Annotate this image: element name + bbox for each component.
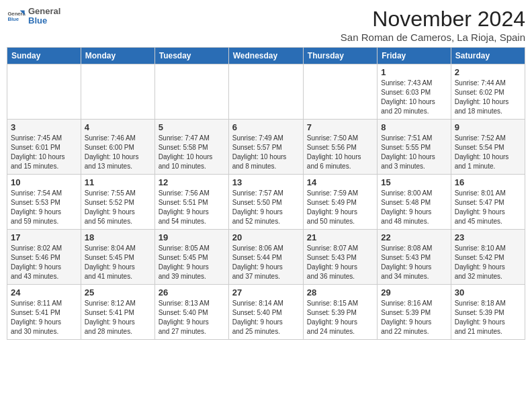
location: San Roman de Cameros, La Rioja, Spain <box>341 32 525 43</box>
calendar-cell: 7Sunrise: 7:50 AM Sunset: 5:56 PM Daylig… <box>303 120 377 175</box>
calendar-cell: 20Sunrise: 8:06 AM Sunset: 5:44 PM Dayli… <box>228 230 303 285</box>
day-info: Sunrise: 8:04 AM Sunset: 5:45 PM Dayligh… <box>85 244 151 281</box>
day-info: Sunrise: 7:47 AM Sunset: 5:58 PM Dayligh… <box>159 134 225 171</box>
day-number: 26 <box>159 287 225 298</box>
header-saturday: Saturday <box>451 48 525 64</box>
day-info: Sunrise: 7:43 AM Sunset: 6:03 PM Dayligh… <box>381 79 447 116</box>
day-number: 5 <box>159 122 225 132</box>
day-number: 18 <box>85 232 151 242</box>
day-info: Sunrise: 7:59 AM Sunset: 5:49 PM Dayligh… <box>307 189 373 226</box>
calendar-cell: 25Sunrise: 8:12 AM Sunset: 5:41 PM Dayli… <box>81 285 154 340</box>
day-info: Sunrise: 8:18 AM Sunset: 5:39 PM Dayligh… <box>455 299 521 336</box>
day-info: Sunrise: 7:45 AM Sunset: 6:01 PM Dayligh… <box>11 134 77 171</box>
calendar-cell: 14Sunrise: 7:59 AM Sunset: 5:49 PM Dayli… <box>303 175 377 230</box>
calendar-cell: 15Sunrise: 8:00 AM Sunset: 5:48 PM Dayli… <box>378 175 451 230</box>
day-info: Sunrise: 7:55 AM Sunset: 5:52 PM Dayligh… <box>85 189 151 226</box>
day-info: Sunrise: 7:52 AM Sunset: 5:54 PM Dayligh… <box>455 134 521 171</box>
calendar-cell: 19Sunrise: 8:05 AM Sunset: 5:45 PM Dayli… <box>154 230 228 285</box>
day-info: Sunrise: 7:49 AM Sunset: 5:57 PM Dayligh… <box>232 134 300 171</box>
calendar-cell: 18Sunrise: 8:04 AM Sunset: 5:45 PM Dayli… <box>81 230 154 285</box>
calendar-cell: 13Sunrise: 7:57 AM Sunset: 5:50 PM Dayli… <box>228 175 303 230</box>
calendar-cell: 1Sunrise: 7:43 AM Sunset: 6:03 PM Daylig… <box>378 64 451 120</box>
svg-text:Blue: Blue <box>7 16 19 22</box>
week-row-3: 17Sunrise: 8:02 AM Sunset: 5:46 PM Dayli… <box>7 230 525 285</box>
day-number: 30 <box>455 287 521 298</box>
day-number: 23 <box>455 232 521 242</box>
day-info: Sunrise: 7:56 AM Sunset: 5:51 PM Dayligh… <box>159 189 225 226</box>
day-info: Sunrise: 8:14 AM Sunset: 5:40 PM Dayligh… <box>232 299 300 336</box>
page-header: General Blue General Blue November 2024 … <box>7 7 525 43</box>
day-info: Sunrise: 7:50 AM Sunset: 5:56 PM Dayligh… <box>307 134 373 171</box>
day-number: 14 <box>307 177 373 187</box>
day-number: 2 <box>455 67 521 77</box>
calendar-cell: 26Sunrise: 8:13 AM Sunset: 5:40 PM Dayli… <box>154 285 228 340</box>
header-wednesday: Wednesday <box>228 48 303 64</box>
header-friday: Friday <box>378 48 451 64</box>
header-thursday: Thursday <box>303 48 377 64</box>
day-number: 10 <box>11 177 77 187</box>
day-number: 6 <box>232 122 300 132</box>
day-info: Sunrise: 8:08 AM Sunset: 5:43 PM Dayligh… <box>381 244 447 281</box>
day-number: 27 <box>232 287 300 298</box>
day-number: 7 <box>307 122 373 132</box>
day-info: Sunrise: 7:51 AM Sunset: 5:55 PM Dayligh… <box>381 134 447 171</box>
header-sunday: Sunday <box>7 48 81 64</box>
calendar-cell <box>7 64 81 120</box>
logo-line1: General <box>28 7 60 16</box>
day-number: 11 <box>85 177 151 187</box>
logo: General Blue General Blue <box>7 7 60 26</box>
calendar-cell: 21Sunrise: 8:07 AM Sunset: 5:43 PM Dayli… <box>303 230 377 285</box>
header-tuesday: Tuesday <box>154 48 228 64</box>
calendar-cell: 2Sunrise: 7:44 AM Sunset: 6:02 PM Daylig… <box>451 64 525 120</box>
day-number: 21 <box>307 232 373 242</box>
day-number: 15 <box>381 177 447 187</box>
day-number: 29 <box>381 287 447 298</box>
calendar-cell: 8Sunrise: 7:51 AM Sunset: 5:55 PM Daylig… <box>378 120 451 175</box>
day-info: Sunrise: 8:05 AM Sunset: 5:45 PM Dayligh… <box>159 244 225 281</box>
day-number: 17 <box>11 232 77 242</box>
calendar-cell: 16Sunrise: 8:01 AM Sunset: 5:47 PM Dayli… <box>451 175 525 230</box>
calendar-cell <box>154 64 228 120</box>
calendar-cell: 29Sunrise: 8:16 AM Sunset: 5:39 PM Dayli… <box>378 285 451 340</box>
calendar-cell: 23Sunrise: 8:10 AM Sunset: 5:42 PM Dayli… <box>451 230 525 285</box>
calendar-cell: 27Sunrise: 8:14 AM Sunset: 5:40 PM Dayli… <box>228 285 303 340</box>
calendar-cell <box>81 64 154 120</box>
calendar-cell: 11Sunrise: 7:55 AM Sunset: 5:52 PM Dayli… <box>81 175 154 230</box>
day-info: Sunrise: 8:00 AM Sunset: 5:48 PM Dayligh… <box>381 189 447 226</box>
day-info: Sunrise: 8:07 AM Sunset: 5:43 PM Dayligh… <box>307 244 373 281</box>
day-info: Sunrise: 7:57 AM Sunset: 5:50 PM Dayligh… <box>232 189 300 226</box>
day-number: 12 <box>159 177 225 187</box>
calendar-cell <box>228 64 303 120</box>
week-row-4: 24Sunrise: 8:11 AM Sunset: 5:41 PM Dayli… <box>7 285 525 340</box>
header-row: SundayMondayTuesdayWednesdayThursdayFrid… <box>7 48 525 64</box>
day-info: Sunrise: 8:02 AM Sunset: 5:46 PM Dayligh… <box>11 244 77 281</box>
calendar-cell: 4Sunrise: 7:46 AM Sunset: 6:00 PM Daylig… <box>81 120 154 175</box>
calendar-cell: 30Sunrise: 8:18 AM Sunset: 5:39 PM Dayli… <box>451 285 525 340</box>
header-monday: Monday <box>81 48 154 64</box>
day-number: 16 <box>455 177 521 187</box>
calendar-cell: 17Sunrise: 8:02 AM Sunset: 5:46 PM Dayli… <box>7 230 81 285</box>
day-info: Sunrise: 7:46 AM Sunset: 6:00 PM Dayligh… <box>85 134 151 171</box>
calendar-cell: 28Sunrise: 8:15 AM Sunset: 5:39 PM Dayli… <box>303 285 377 340</box>
day-number: 13 <box>232 177 300 187</box>
day-info: Sunrise: 8:01 AM Sunset: 5:47 PM Dayligh… <box>455 189 521 226</box>
logo-line2: Blue <box>28 16 60 26</box>
day-info: Sunrise: 8:06 AM Sunset: 5:44 PM Dayligh… <box>232 244 300 281</box>
calendar-table: SundayMondayTuesdayWednesdayThursdayFrid… <box>7 47 525 340</box>
week-row-0: 1Sunrise: 7:43 AM Sunset: 6:03 PM Daylig… <box>7 64 525 120</box>
day-number: 3 <box>11 122 77 132</box>
day-number: 1 <box>381 67 447 77</box>
calendar-cell: 9Sunrise: 7:52 AM Sunset: 5:54 PM Daylig… <box>451 120 525 175</box>
day-number: 22 <box>381 232 447 242</box>
day-number: 20 <box>232 232 300 242</box>
day-info: Sunrise: 7:44 AM Sunset: 6:02 PM Dayligh… <box>455 79 521 116</box>
calendar-cell: 24Sunrise: 8:11 AM Sunset: 5:41 PM Dayli… <box>7 285 81 340</box>
week-row-2: 10Sunrise: 7:54 AM Sunset: 5:53 PM Dayli… <box>7 175 525 230</box>
day-info: Sunrise: 8:11 AM Sunset: 5:41 PM Dayligh… <box>11 299 77 336</box>
day-info: Sunrise: 8:16 AM Sunset: 5:39 PM Dayligh… <box>381 299 447 336</box>
day-number: 19 <box>159 232 225 242</box>
logo-text: General Blue <box>28 7 60 26</box>
month-title: November 2024 <box>341 7 525 32</box>
calendar-cell: 10Sunrise: 7:54 AM Sunset: 5:53 PM Dayli… <box>7 175 81 230</box>
calendar-cell: 3Sunrise: 7:45 AM Sunset: 6:01 PM Daylig… <box>7 120 81 175</box>
